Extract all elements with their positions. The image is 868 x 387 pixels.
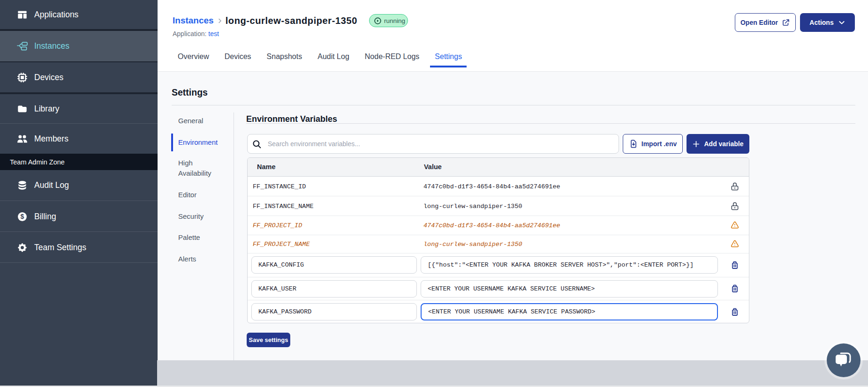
svg-text:$: $ bbox=[21, 213, 24, 220]
